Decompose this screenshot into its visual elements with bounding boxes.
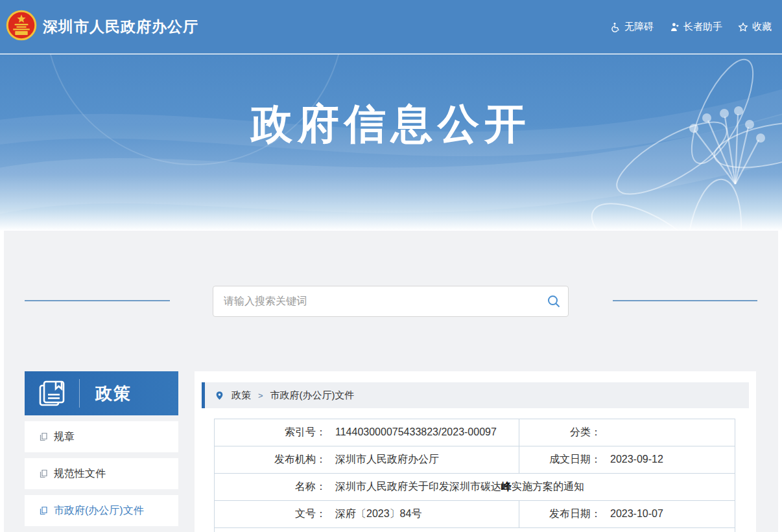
publisher-value: 深圳市人民政府办公厅 [335, 454, 439, 465]
top-utility-nav: 无障碍 长者助手 收藏 [610, 0, 772, 54]
search-box [213, 286, 569, 317]
breadcrumb-current: 市政府(办公厅)文件 [270, 389, 355, 402]
publish-date-label: 发布日期： [519, 507, 601, 521]
book-icon [38, 379, 66, 408]
doc-number-value: 深府〔2023〕84号 [335, 508, 421, 519]
page-banner: 政府信息公开 [0, 54, 782, 231]
left-decorative-line [25, 300, 170, 301]
location-pin-icon [215, 391, 224, 400]
accessibility-link[interactable]: 无障碍 [610, 21, 654, 33]
content-panel: 政策 规章 规范性文件 市政府(办公厅)文件 政策 [4, 231, 778, 532]
document-icon [39, 506, 48, 515]
page-title: 政府信息公开 [0, 96, 782, 152]
table-row-index: 索引号：114403000075433823/2023-00097 分类： [215, 419, 735, 446]
table-row-partial [215, 528, 735, 532]
breadcrumb-root[interactable]: 政策 [231, 389, 251, 402]
category-label: 分类： [519, 426, 601, 439]
star-icon [738, 22, 748, 32]
search-input[interactable] [213, 286, 539, 316]
policy-sidebar: 政策 规章 规范性文件 市政府(办公厅)文件 [25, 371, 178, 526]
accessibility-label: 无障碍 [624, 21, 654, 33]
national-emblem-icon [6, 10, 37, 41]
elder-assistant-link[interactable]: 长者助手 [669, 21, 722, 33]
sidebar-item-city-gov-documents[interactable]: 市政府(办公厅)文件 [25, 495, 178, 526]
sidebar-title: 政策 [95, 382, 132, 405]
site-logo[interactable] [6, 10, 37, 41]
wheelchair-icon [610, 22, 621, 32]
breadcrumb-separator: > [258, 391, 263, 400]
document-detail-card: 政策 > 市政府(办公厅)文件 索引号：114403000075433823/2… [195, 371, 756, 532]
sidebar-item-regulations[interactable]: 规章 [25, 421, 178, 452]
sidebar-item-label: 规章 [54, 430, 75, 444]
index-number-label: 索引号： [215, 426, 326, 439]
index-number-value: 114403000075433823/2023-00097 [335, 426, 497, 437]
search-button[interactable] [539, 286, 568, 316]
elder-assistant-label: 长者助手 [683, 21, 722, 33]
publish-date-value: 2023-10-07 [610, 508, 663, 519]
right-decorative-line [613, 300, 757, 301]
favorite-label: 收藏 [752, 21, 772, 33]
document-info-table: 索引号：114403000075433823/2023-00097 分类： 发布… [214, 419, 735, 532]
table-row-name: 名称：深圳市人民政府关于印发深圳市碳达峰实施方案的通知 [215, 474, 735, 501]
sidebar-header: 政策 [25, 371, 178, 415]
document-name-label: 名称： [215, 480, 326, 494]
sidebar-item-normative-documents[interactable]: 规范性文件 [25, 458, 178, 489]
document-icon [39, 432, 48, 441]
sidebar-item-label: 市政府(办公厅)文件 [54, 504, 144, 518]
doc-number-label: 文号： [215, 507, 326, 521]
person-icon [669, 22, 680, 32]
site-title[interactable]: 深圳市人民政府办公厅 [43, 0, 198, 54]
top-bar: 深圳市人民政府办公厅 无障碍 长者助手 收藏 [0, 0, 782, 54]
highlighted-keyword: 峰 [501, 481, 512, 492]
written-date-label: 成文日期： [519, 453, 601, 467]
sidebar-item-label: 规范性文件 [54, 467, 106, 481]
document-icon [39, 469, 48, 478]
search-icon [547, 294, 561, 308]
table-row-doc-number: 文号：深府〔2023〕84号 发布日期：2023-10-07 [215, 501, 735, 528]
favorite-link[interactable]: 收藏 [738, 21, 772, 33]
sidebar-header-divider [79, 379, 80, 408]
publisher-label: 发布机构： [215, 453, 326, 467]
document-name-value: 深圳市人民政府关于印发深圳市碳达峰实施方案的通知 [335, 481, 584, 492]
table-row-publisher: 发布机构：深圳市人民政府办公厅 成文日期：2023-09-12 [215, 446, 735, 474]
breadcrumb: 政策 > 市政府(办公厅)文件 [202, 382, 749, 408]
written-date-value: 2023-09-12 [610, 454, 663, 465]
